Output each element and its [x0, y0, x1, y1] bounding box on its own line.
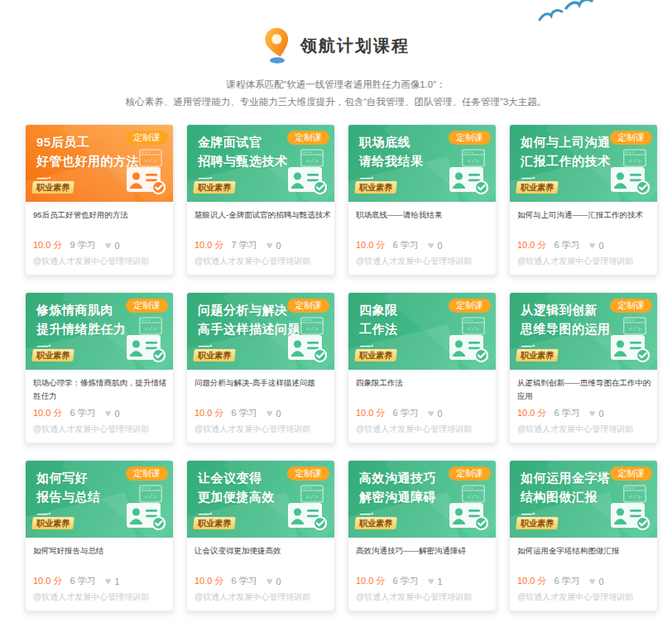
custom-course-badge: 定制课 — [126, 467, 168, 481]
course-grid: 定制课 95后员工 好管也好用的方法 —· </> — [25, 124, 672, 611]
heart-icon[interactable]: ♥ — [105, 241, 112, 250]
heart-icon[interactable]: ♥ — [266, 241, 273, 250]
course-title-line-2: 工作法 — [359, 319, 398, 338]
course-title: 职场底线 请给我结果 — [359, 132, 424, 170]
course-card[interactable]: 定制课 95后员工 好管也好用的方法 —· </> — [25, 124, 174, 275]
course-card[interactable]: 定制课 修炼情商肌肉 提升情绪胜任力 —· </> — [25, 292, 174, 443]
course-title-line-2: 结构图做汇报 — [521, 487, 611, 506]
course-card[interactable]: 定制课 职场底线 请给我结果 —· </> — [348, 124, 497, 275]
custom-course-badge: 定制课 — [126, 299, 168, 313]
course-provider: @软通人才发展中心管理培训部 — [33, 591, 149, 603]
heart-icon[interactable]: ♥ — [428, 577, 434, 586]
course-cover: 定制课 如何写好 报告与总结 —· </> — [26, 461, 173, 538]
learner-count: 9 学习 — [70, 239, 95, 251]
course-title: 95后员工 好管也好用的方法 — [36, 132, 139, 170]
custom-course-badge: 定制课 — [287, 467, 329, 481]
like-count: 1 — [437, 577, 442, 586]
course-card-body: 95后员工好管也好用的方法 10.0 分 9 学习 ♥ 0 @软通人才发展中心管… — [26, 202, 173, 275]
svg-text:</>: </> — [468, 493, 480, 500]
course-score: 10.0 分 — [33, 575, 62, 587]
course-card-body: 四象限工作法 10.0 分 6 学习 ♥ 0 @软通人才发展中心管理培训部 — [348, 370, 496, 443]
learner-count: 6 学习 — [554, 575, 579, 587]
svg-text:</>: </> — [306, 325, 319, 333]
like-count: 0 — [276, 241, 281, 251]
heart-icon[interactable]: ♥ — [105, 409, 112, 418]
learner-count: 6 学习 — [392, 239, 418, 251]
code-window-icon: </> — [462, 149, 485, 167]
course-title-line-2: 思维导图的运用 — [521, 319, 611, 338]
course-card[interactable]: 定制课 问题分析与解决 高手这样描述问题 —· </> — [186, 292, 335, 443]
learner-count: 6 学习 — [231, 407, 257, 419]
course-stats: 10.0 分 7 学习 ♥ 0 — [194, 239, 281, 251]
heart-icon[interactable]: ♥ — [589, 577, 596, 586]
svg-text:</>: </> — [145, 493, 157, 500]
course-provider: @软通人才发展中心管理培训部 — [517, 424, 633, 435]
heart-icon[interactable]: ♥ — [428, 241, 434, 250]
course-title: 金牌面试官 招聘与甄选技术 — [198, 132, 288, 170]
course-stats: 10.0 分 6 学习 ♥ 1 — [33, 575, 120, 587]
course-stats: 10.0 分 6 学习 ♥ 1 — [356, 575, 443, 587]
course-card[interactable]: 定制课 如何运用金字塔 结构图做汇报 —· </> — [509, 460, 658, 611]
code-window-icon: </> — [462, 317, 485, 335]
course-provider: @软通人才发展中心管理培训部 — [194, 256, 310, 267]
course-card[interactable]: 定制课 高效沟通技巧 解密沟通障碍 —· </> — [348, 460, 497, 611]
custom-course-badge: 定制课 — [126, 131, 168, 145]
heart-icon[interactable]: ♥ — [589, 409, 596, 418]
course-card[interactable]: 定制课 金牌面试官 招聘与甄选技术 —· </> — [186, 124, 335, 275]
custom-course-badge: 定制课 — [610, 131, 652, 145]
heart-icon[interactable]: ♥ — [428, 409, 434, 418]
course-title: 如何运用金字塔 结构图做汇报 — [521, 468, 611, 506]
svg-text:</>: </> — [306, 157, 319, 165]
course-card-body: 职场心理学：修炼情商肌肉，提升情绪胜任力 10.0 分 6 学习 ♥ 0 @软通… — [26, 370, 173, 443]
course-score: 10.0 分 — [33, 407, 62, 419]
subtitle-line-1: 课程体系匹配“软通一线管理者通用胜任力画像1.0”： — [0, 76, 672, 93]
heart-icon[interactable]: ♥ — [266, 577, 273, 586]
page-header: 领航计划课程 — [0, 22, 672, 69]
course-stats: 10.0 分 6 学习 ♥ 0 — [517, 407, 604, 419]
id-card-icon — [288, 167, 327, 194]
code-window-icon: </> — [623, 149, 646, 167]
course-title-line-2: 高手这样描述问题 — [198, 319, 300, 338]
code-window-icon: </> — [300, 485, 324, 503]
learner-count: 6 学习 — [231, 575, 257, 587]
course-card[interactable]: 定制课 让会议变得 更加便捷高效 —· </> — [186, 460, 335, 611]
custom-course-badge: 定制课 — [610, 299, 652, 313]
course-title-line-1: 如何与上司沟通 — [521, 132, 611, 151]
course-card[interactable]: 定制课 从逻辑到创新 思维导图的运用 —· </> — [509, 292, 658, 443]
course-score: 10.0 分 — [356, 575, 385, 587]
course-description: 四象限工作法 — [348, 370, 496, 390]
code-window-icon: </> — [623, 485, 646, 503]
like-count: 0 — [437, 409, 442, 419]
category-tag: 职业素养 — [516, 181, 559, 194]
course-card-body: 如何运用金字塔结构图做汇报 10.0 分 6 学习 ♥ 0 @软通人才发展中心管… — [510, 538, 657, 610]
course-title-line-1: 问题分析与解决 — [198, 300, 300, 319]
custom-course-badge: 定制课 — [287, 131, 329, 145]
id-card-icon — [449, 335, 488, 362]
like-count: 1 — [114, 577, 119, 586]
course-description: 95后员工好管也好用的方法 — [26, 202, 173, 222]
like-count: 0 — [598, 241, 603, 251]
course-card[interactable]: 定制课 四象限 工作法 —· </> — [348, 292, 497, 443]
course-card[interactable]: 定制课 如何与上司沟通 汇报工作的技术 —· </> — [509, 124, 658, 275]
course-stats: 10.0 分 6 学习 ♥ 0 — [517, 239, 604, 251]
course-description: 职场底线——请给我结果 — [348, 202, 496, 222]
heart-icon[interactable]: ♥ — [589, 241, 596, 250]
birds-decoration — [533, 0, 598, 26]
id-card-icon — [449, 503, 488, 530]
id-card-icon — [288, 503, 327, 530]
learner-count: 6 学习 — [70, 575, 95, 587]
heart-icon[interactable]: ♥ — [105, 577, 112, 586]
course-stats: 10.0 分 6 学习 ♥ 0 — [517, 575, 604, 587]
course-stats: 10.0 分 6 学习 ♥ 0 — [356, 407, 443, 419]
course-title-line-1: 如何运用金字塔 — [521, 468, 611, 487]
category-tag: 职业素养 — [516, 349, 559, 361]
learner-count: 6 学习 — [392, 575, 418, 587]
learner-count: 7 学习 — [231, 239, 257, 251]
course-title-line-1: 四象限 — [359, 300, 398, 319]
id-card-icon — [611, 167, 650, 194]
course-title-line-1: 让会议变得 — [198, 468, 275, 487]
custom-course-badge: 定制课 — [449, 131, 491, 145]
course-card[interactable]: 定制课 如何写好 报告与总结 —· </> — [25, 460, 174, 611]
like-count: 0 — [276, 577, 281, 586]
heart-icon[interactable]: ♥ — [266, 409, 273, 418]
